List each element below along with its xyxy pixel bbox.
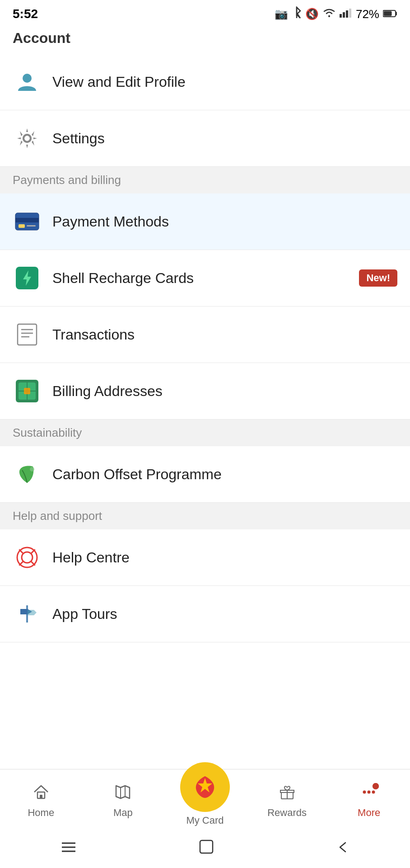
- gift-icon: [279, 784, 295, 804]
- nav-items: Home Map My Card: [0, 769, 410, 831]
- svg-point-42: [363, 790, 366, 793]
- camera-icon: 📷: [275, 8, 288, 20]
- svg-rect-14: [19, 224, 25, 228]
- bluetooth-icon: [292, 6, 302, 22]
- svg-point-1: [328, 15, 330, 17]
- section-label-sustainability: Sustainability: [0, 420, 410, 446]
- nav-item-mycard[interactable]: My Card: [164, 776, 246, 826]
- lifebuoy-icon: [13, 543, 42, 572]
- menu-item-transactions[interactable]: Transactions: [0, 307, 410, 363]
- nav-home-label: Home: [28, 807, 54, 819]
- svg-point-9: [23, 74, 32, 83]
- system-nav: [0, 831, 410, 868]
- page-title: Account: [13, 30, 397, 47]
- svg-rect-3: [343, 12, 345, 18]
- menu-item-app-tours[interactable]: App Tours: [0, 586, 410, 642]
- status-time: 5:52: [13, 7, 38, 21]
- nav-item-rewards[interactable]: Rewards: [246, 784, 328, 819]
- notification-dot: [373, 783, 379, 789]
- svg-rect-48: [200, 840, 213, 853]
- svg-point-43: [368, 790, 371, 793]
- status-bar: 5:52 📷 🔇 72%: [0, 0, 410, 26]
- menu-label-transactions: Transactions: [52, 326, 135, 343]
- menu-item-carbon-offset[interactable]: Carbon Offset Programme: [0, 446, 410, 503]
- map-nav-icon: [115, 784, 131, 804]
- new-badge: New!: [359, 269, 397, 287]
- account-section: View and Edit Profile Settings: [0, 54, 410, 167]
- status-icons: 📷 🔇 72%: [275, 6, 397, 22]
- svg-marker-36: [116, 786, 130, 798]
- back-button[interactable]: [336, 840, 349, 857]
- card-icon: [13, 207, 42, 236]
- menu-label-app-tours: App Tours: [52, 606, 117, 623]
- payments-section: Payment Methods Shell Recharge Cards New…: [0, 193, 410, 420]
- battery-percent: 72%: [356, 7, 379, 21]
- page-header: Account: [0, 26, 410, 54]
- svg-rect-17: [18, 324, 37, 345]
- nav-item-map[interactable]: Map: [82, 784, 164, 819]
- mycard-center-button[interactable]: [180, 762, 230, 812]
- svg-rect-8: [396, 12, 397, 15]
- svg-rect-25: [24, 388, 30, 394]
- home-icon: [33, 784, 49, 804]
- person-icon: [13, 67, 42, 96]
- menu-item-payment-methods[interactable]: Payment Methods: [0, 193, 410, 250]
- bolt-icon: [13, 264, 42, 292]
- menu-button[interactable]: [61, 840, 76, 857]
- menu-item-help-centre[interactable]: Help Centre: [0, 529, 410, 586]
- wifi-icon: [322, 8, 336, 20]
- menu-label-carbon-offset: Carbon Offset Programme: [52, 466, 222, 483]
- menu-item-view-edit-profile[interactable]: View and Edit Profile: [0, 54, 410, 110]
- leaf-icon: [13, 460, 42, 489]
- svg-point-44: [372, 790, 375, 793]
- home-button[interactable]: [199, 839, 214, 858]
- nav-item-more[interactable]: More: [328, 784, 410, 819]
- menu-label-shell-recharge: Shell Recharge Cards: [52, 270, 194, 287]
- svg-point-11: [23, 135, 31, 142]
- nav-rewards-label: Rewards: [267, 807, 307, 819]
- section-label-payments: Payments and billing: [0, 167, 410, 193]
- map-icon: [13, 377, 42, 406]
- more-icon: [361, 784, 377, 804]
- content-area: View and Edit Profile Settings Payments …: [0, 54, 410, 868]
- help-section: Help Centre App Tours: [0, 529, 410, 642]
- receipt-icon: [13, 320, 42, 349]
- sustainability-section: Carbon Offset Programme: [0, 446, 410, 503]
- svg-rect-15: [27, 225, 36, 226]
- nav-more-label: More: [358, 807, 380, 819]
- svg-point-26: [30, 467, 34, 472]
- menu-label-help-centre: Help Centre: [52, 549, 130, 566]
- battery-icon: [383, 8, 397, 20]
- bottom-nav: Home Map My Card: [0, 769, 410, 868]
- svg-rect-5: [349, 9, 351, 18]
- menu-label-settings: Settings: [52, 130, 105, 147]
- menu-item-settings[interactable]: Settings: [0, 110, 410, 167]
- menu-item-shell-recharge[interactable]: Shell Recharge Cards New!: [0, 250, 410, 307]
- signpost-icon: [13, 599, 42, 628]
- svg-rect-13: [15, 218, 39, 222]
- nav-item-home[interactable]: Home: [0, 784, 82, 819]
- menu-label-billing-addresses: Billing Addresses: [52, 383, 163, 400]
- svg-rect-35: [40, 795, 42, 798]
- mute-icon: 🔇: [305, 8, 319, 20]
- nav-map-label: Map: [113, 807, 133, 819]
- menu-label-view-edit-profile: View and Edit Profile: [52, 74, 186, 90]
- signal-icon: [340, 8, 352, 20]
- section-label-help: Help and support: [0, 503, 410, 529]
- svg-rect-7: [384, 11, 392, 16]
- gear-icon: [13, 124, 42, 153]
- menu-label-payment-methods: Payment Methods: [52, 213, 169, 230]
- menu-item-billing-addresses[interactable]: Billing Addresses: [0, 363, 410, 420]
- svg-rect-2: [340, 14, 342, 18]
- svg-rect-4: [346, 10, 348, 18]
- nav-mycard-label: My Card: [186, 815, 224, 826]
